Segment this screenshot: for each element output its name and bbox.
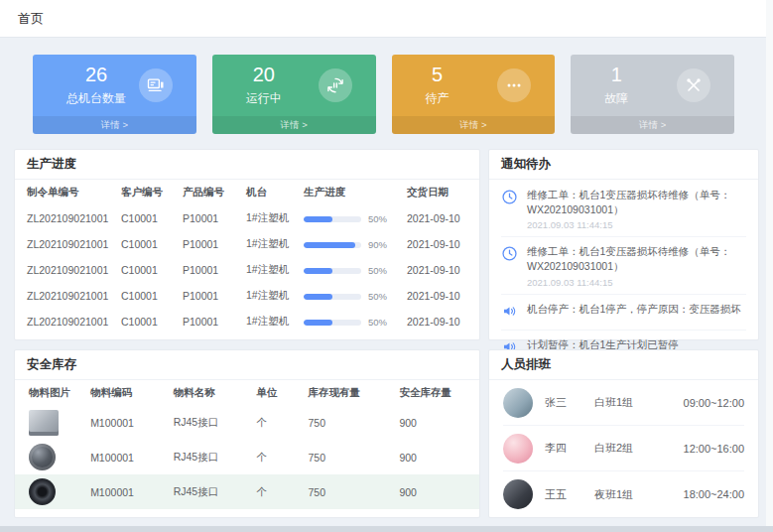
stat-card-fault[interactable]: 1 故障 详情 > xyxy=(571,55,734,134)
stat-card-info: 26 总机台数量 xyxy=(66,64,126,107)
cell-unit: 个 xyxy=(253,474,305,509)
staff-name: 李四 xyxy=(545,441,594,456)
panel-title: 人员排班 xyxy=(489,350,758,380)
stat-card-total-machines[interactable]: 26 总机台数量 详情 > xyxy=(33,55,196,134)
card-detail-link[interactable]: 详情 > xyxy=(33,116,196,134)
col-machine: 机台 xyxy=(243,180,301,205)
running-icon xyxy=(319,68,352,102)
progress-label: 50% xyxy=(368,213,387,224)
cell-unit: 个 xyxy=(253,406,305,440)
cell-order: ZL202109021001 xyxy=(15,309,118,334)
cell-customer: C10001 xyxy=(118,257,180,283)
table-row[interactable]: M100001 RJ45接口 个 750 900 xyxy=(15,474,479,509)
notice-text: 维修工单：机台1变压器损坏待维修（单号：WX202109031001） xyxy=(527,244,746,273)
card-detail-link[interactable]: 详情 > xyxy=(212,116,376,134)
cell-machine: 1#注塑机 xyxy=(243,205,301,231)
progress-bar xyxy=(304,216,361,222)
window-bottom-edge xyxy=(0,526,773,532)
cell-date: 2021-09-10 xyxy=(404,231,479,257)
cell-date: 2021-09-10 xyxy=(404,283,479,309)
cell-safety: 900 xyxy=(396,406,479,440)
tab-home[interactable]: 首页 xyxy=(18,0,44,38)
table-row[interactable]: ZL202109021001 C10001 P10001 1#注塑机 50% 2… xyxy=(15,205,479,231)
col-order: 制令单编号 xyxy=(15,180,118,205)
notice-time: 2021.09.03 11:44:15 xyxy=(527,219,746,230)
cell-progress: 50% xyxy=(301,283,404,309)
card-detail-link[interactable]: 详情 > xyxy=(392,116,556,134)
table-row[interactable]: ZL202109021001 C10001 P10001 1#注塑机 50% 2… xyxy=(15,309,479,334)
cell-stock: 750 xyxy=(305,440,396,474)
stat-cards-row: 26 总机台数量 详情 > 20 运行中 详情 > xyxy=(33,55,734,134)
production-progress-panel: 生产进度 制令单编号 客户编号 产品编号 机台 生产进度 交货日期 ZL2021… xyxy=(14,149,480,340)
table-header-row: 制令单编号 客户编号 产品编号 机台 生产进度 交货日期 xyxy=(15,180,479,205)
stat-label: 运行中 xyxy=(246,90,282,107)
col-safety: 安全库存量 xyxy=(396,380,479,406)
cell-code: M100001 xyxy=(87,406,171,440)
col-customer: 客户编号 xyxy=(118,180,180,205)
cell-name: RJ45接口 xyxy=(171,406,254,440)
staff-row[interactable]: 张三 白班1组 09:00~12:00 xyxy=(503,380,744,426)
cell-date: 2021-09-10 xyxy=(404,309,479,334)
staff-list: 张三 白班1组 09:00~12:00 李四 白班2组 12:00~16:00 … xyxy=(489,380,758,517)
progress-fill xyxy=(304,242,355,248)
table-row[interactable]: ZL202109021001 C10001 P10001 1#注塑机 90% 2… xyxy=(15,231,479,257)
staff-shift: 白班1组 xyxy=(594,395,656,410)
cell-date: 2021-09-10 xyxy=(404,205,479,231)
progress-bar xyxy=(304,320,361,326)
staff-shift: 白班2组 xyxy=(594,441,656,456)
cell-customer: C10001 xyxy=(118,283,180,309)
col-image: 物料图片 xyxy=(15,380,87,406)
table-row[interactable]: ZL202109021001 C10001 P10001 1#注塑机 50% 2… xyxy=(15,257,479,283)
avatar xyxy=(503,479,533,509)
col-name: 物料名称 xyxy=(171,380,254,406)
notices-panel: 通知待办 维修工单：机台1变压器损坏待维修（单号：WX202109031001）… xyxy=(488,149,759,340)
cell-product: P10001 xyxy=(180,231,243,257)
progress-fill xyxy=(304,216,332,222)
stat-label: 故障 xyxy=(604,90,628,107)
cell-progress: 50% xyxy=(301,205,404,231)
cell-stock: 750 xyxy=(305,406,396,440)
notice-item[interactable]: 机台停产：机台1停产，停产原因：变压器损坏 xyxy=(501,295,746,331)
col-product: 产品编号 xyxy=(180,180,243,205)
staff-name: 张三 xyxy=(545,395,594,410)
stat-value: 26 xyxy=(66,64,126,86)
scrollbar-track[interactable] xyxy=(766,0,773,532)
cell-machine: 1#注塑机 xyxy=(243,257,301,283)
cell-customer: C10001 xyxy=(118,309,180,334)
table-row[interactable]: M100001 RJ45接口 个 750 900 xyxy=(15,440,479,474)
cell-order: ZL202109021001 xyxy=(15,283,118,309)
avatar xyxy=(503,434,533,464)
dashboard-page: 首页 26 总机台数量 详情 > 20 运行中 xyxy=(0,0,773,532)
cell-unit: 个 xyxy=(253,440,305,474)
card-detail-link[interactable]: 详情 > xyxy=(571,116,734,134)
cell-order: ZL202109021001 xyxy=(15,205,118,231)
col-code: 物料编码 xyxy=(87,380,171,406)
staff-row[interactable]: 王五 夜班1组 18:00~24:00 xyxy=(503,471,744,517)
staff-row[interactable]: 李四 白班2组 12:00~16:00 xyxy=(503,426,744,471)
notice-item[interactable]: 维修工单：机台1变压器损坏待维修（单号：WX202109031001） 2021… xyxy=(501,237,746,294)
cell-machine: 1#注塑机 xyxy=(243,231,301,257)
stat-card-waiting[interactable]: 5 待产 详情 > xyxy=(392,55,556,134)
col-stock: 库存现有量 xyxy=(305,380,396,406)
col-date: 交货日期 xyxy=(404,180,479,205)
table-row[interactable]: ZL202109021001 C10001 P10001 1#注塑机 50% 2… xyxy=(15,283,479,309)
staff-time: 12:00~16:00 xyxy=(684,443,744,455)
staff-shift: 夜班1组 xyxy=(594,487,656,502)
cell-safety: 900 xyxy=(396,440,479,474)
material-image-speaker xyxy=(29,478,56,505)
table-row[interactable]: M100001 RJ45接口 个 750 900 xyxy=(15,406,479,440)
safety-stock-panel: 安全库存 物料图片 物料编码 物料名称 单位 库存现有量 安全库存量 M1000… xyxy=(14,349,480,518)
cell-machine: 1#注塑机 xyxy=(243,283,301,309)
material-image-connector xyxy=(29,444,56,470)
panel-title: 通知待办 xyxy=(489,150,758,180)
notice-text: 机台停产：机台1停产，停产原因：变压器损坏 xyxy=(527,302,741,317)
speaker-icon xyxy=(501,303,519,324)
progress-fill xyxy=(304,268,332,274)
cell-progress: 50% xyxy=(301,309,404,334)
stat-value: 1 xyxy=(604,64,628,86)
stat-card-running[interactable]: 20 运行中 详情 > xyxy=(212,55,376,134)
progress-bar xyxy=(304,294,361,300)
cell-order: ZL202109021001 xyxy=(15,231,118,257)
notice-item[interactable]: 维修工单：机台1变压器损坏待维修（单号：WX202109031001） 2021… xyxy=(501,181,746,237)
top-header: 首页 xyxy=(0,0,773,38)
